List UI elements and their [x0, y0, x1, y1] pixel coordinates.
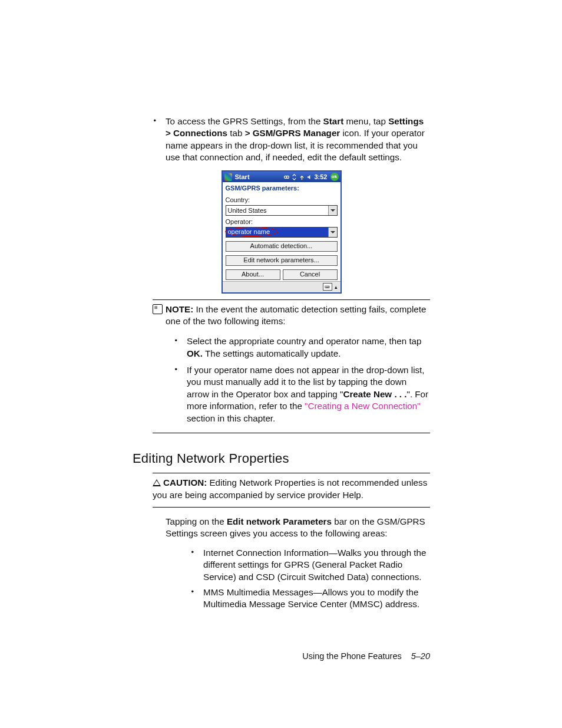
caution-icon	[153, 479, 161, 486]
chevron-down-icon[interactable]	[328, 228, 337, 237]
caution-text: CAUTION: Editing Network Properties is n…	[153, 477, 430, 501]
page-footer: Using the Phone Features 5–20	[302, 651, 430, 662]
note-bullet-1: • Select the appropriate country and ope…	[153, 335, 430, 360]
note-text: NOTE: In the event the automatic detecti…	[166, 304, 430, 328]
signal-icon	[299, 174, 305, 180]
bullet-marker: •	[153, 335, 187, 360]
volume-icon	[306, 174, 313, 180]
country-select[interactable]: United States	[226, 205, 338, 216]
divider	[153, 507, 430, 508]
footer-section: Using the Phone Features	[302, 651, 401, 661]
t: section in this chapter.	[187, 413, 275, 423]
t: menu, tap	[343, 116, 388, 126]
note-bullet-2: • If your operator name does not appear …	[153, 364, 430, 424]
gsm-path: > GSM/GPRS Manager	[245, 128, 340, 138]
area-bullet-1: • Internet Connection Information—Walks …	[166, 547, 430, 583]
sip-bar: ⌨ ▴	[223, 281, 340, 292]
note-icon	[153, 304, 166, 328]
edit-bold: Edit network Parameters	[227, 516, 332, 526]
create-new-bold: Create New . . .	[343, 389, 406, 399]
about-button[interactable]: About...	[226, 269, 280, 280]
ok-bold: OK.	[187, 348, 203, 358]
operator-label: Operator:	[226, 218, 338, 226]
ok-button[interactable]: ok	[330, 173, 339, 181]
section-heading: Editing Network Properties	[133, 450, 430, 467]
divider	[153, 473, 430, 473]
cross-ref-link[interactable]: "Creating a New Connection"	[305, 401, 421, 411]
divider	[153, 433, 430, 433]
voicemail-icon	[283, 174, 290, 180]
t: tab	[227, 128, 245, 138]
t: To access the GPRS Settings, from the	[166, 116, 323, 126]
keyboard-icon[interactable]: ⌨	[323, 283, 332, 291]
divider	[153, 299, 430, 300]
bullet-marker: •	[166, 547, 203, 583]
gsm-gprs-screenshot: Start 3:52 ok GSM/GPRS parameters: Count…	[222, 170, 342, 293]
country-value: United States	[228, 206, 267, 215]
intro-bullet: • To access the GPRS Settings, from the …	[133, 116, 430, 163]
chevron-down-icon[interactable]	[328, 206, 337, 215]
bullet-text: MMS Multimedia Messages—Allows you to mo…	[203, 587, 430, 611]
screen-heading: GSM/GPRS parameters:	[226, 184, 338, 193]
edit-network-button[interactable]: Edit network parameters...	[226, 255, 338, 266]
note-label: NOTE:	[166, 304, 193, 314]
t: Select the appropriate country and opera…	[187, 336, 422, 346]
t: Tapping on the	[166, 516, 227, 526]
page-number: 5–20	[411, 651, 430, 661]
caution-label: CAUTION:	[163, 477, 207, 487]
auto-detection-button[interactable]: Automatic detection...	[226, 241, 338, 252]
bullet-text: If your operator name does not appear in…	[187, 364, 430, 424]
note-row: NOTE: In the event the automatic detecti…	[153, 304, 430, 328]
bullet-text: Internet Connection Information—Walks yo…	[203, 547, 430, 583]
cancel-button[interactable]: Cancel	[283, 269, 338, 280]
operator-select[interactable]: operator name	[226, 227, 338, 238]
bullet-marker: •	[153, 364, 187, 424]
sync-icon	[291, 174, 297, 180]
country-label: Country:	[226, 196, 338, 205]
start-button[interactable]: Start	[235, 173, 250, 182]
up-arrow-icon[interactable]: ▴	[333, 284, 339, 291]
bullet-marker: •	[133, 116, 166, 163]
windows-flag-icon	[224, 173, 232, 181]
t: The settings automatically update.	[203, 348, 340, 358]
edit-para: Tapping on the Edit network Parameters b…	[166, 516, 430, 540]
operator-value: operator name	[228, 228, 270, 236]
bullet-marker: •	[166, 587, 203, 611]
intro-text: To access the GPRS Settings, from the St…	[166, 116, 430, 163]
clock-time: 3:52	[314, 173, 327, 182]
area-bullet-2: • MMS Multimedia Messages—Allows you to …	[166, 587, 430, 611]
bullet-text: Select the appropriate country and opera…	[187, 335, 430, 360]
titlebar: Start 3:52 ok	[223, 172, 340, 182]
note-body: In the event the automatic detection set…	[166, 304, 426, 326]
start-label: Start	[323, 116, 344, 126]
